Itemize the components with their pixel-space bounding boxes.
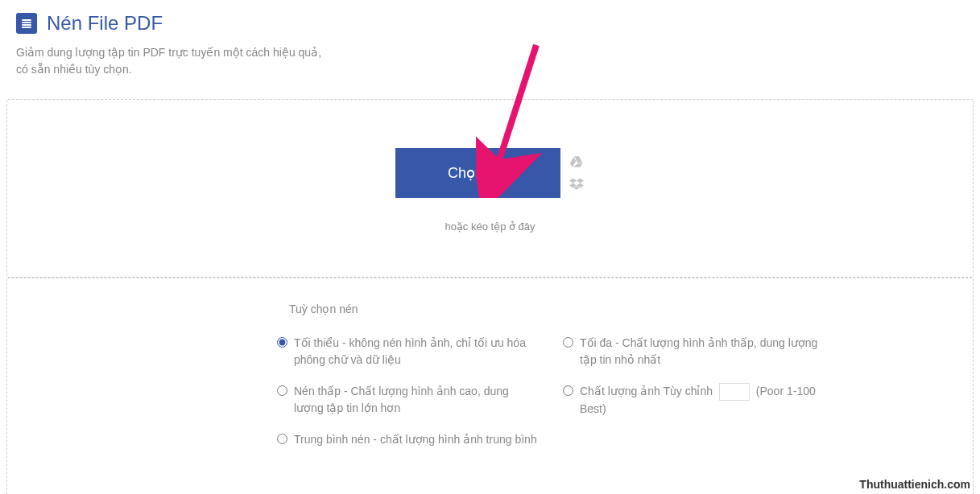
watermark-text: Thuthuattienich.com xyxy=(859,478,970,491)
google-drive-icon[interactable] xyxy=(569,154,585,169)
custom-quality-input[interactable] xyxy=(719,383,750,401)
radio-input-minimal[interactable] xyxy=(277,337,287,348)
zip-icon xyxy=(16,13,37,34)
radio-option-medium[interactable]: Trung bình nén - chất lượng hình ảnh tru… xyxy=(277,431,539,448)
page-header: Nén File PDF Giảm dung lượng tập tin PDF… xyxy=(0,0,980,93)
radio-option-custom[interactable]: Chất lượng ảnh Tùy chỉnh (Poor 1-100 Bes… xyxy=(563,383,825,418)
options-area: Tuỳ chọn nén Tối thiểu - không nén hình … xyxy=(6,278,974,494)
drop-hint-text: hoặc kéo tệp ở đây xyxy=(445,220,535,233)
page-title: Nén File PDF xyxy=(47,12,163,35)
upload-row: Chọn tệp xyxy=(395,148,585,198)
choose-file-button[interactable]: Chọn tệp xyxy=(395,148,560,198)
radio-input-low[interactable] xyxy=(277,385,287,396)
dropbox-icon[interactable] xyxy=(569,177,585,191)
options-grid: Tối thiểu - không nén hình ảnh, chỉ tối … xyxy=(277,335,825,463)
upload-area[interactable]: Chọn tệp hoặc kéo tệp ở đây xyxy=(6,99,974,278)
options-col-left: Tối thiểu - không nén hình ảnh, chỉ tối … xyxy=(277,335,539,463)
radio-option-low[interactable]: Nén thấp - Chất lượng hình ảnh cao, dung… xyxy=(277,383,539,417)
upload-center: Chọn tệp hoặc kéo tệp ở đây xyxy=(395,148,585,233)
radio-input-custom[interactable] xyxy=(563,385,573,396)
cloud-icons xyxy=(569,154,585,191)
options-title: Tuỳ chọn nén xyxy=(289,303,825,315)
radio-input-medium[interactable] xyxy=(277,434,287,444)
radio-option-max[interactable]: Tối đa - Chất lượng hình ảnh thấp, dung … xyxy=(563,335,825,368)
title-row: Nén File PDF xyxy=(16,12,964,35)
radio-input-max[interactable] xyxy=(563,337,573,348)
options-col-right: Tối đa - Chất lượng hình ảnh thấp, dung … xyxy=(563,335,825,463)
page-subtitle: Giảm dung lượng tập tin PDF trực tuyến m… xyxy=(16,44,964,78)
options-container: Tuỳ chọn nén Tối thiểu - không nén hình … xyxy=(277,303,825,463)
radio-option-minimal[interactable]: Tối thiểu - không nén hình ảnh, chỉ tối … xyxy=(277,335,539,368)
